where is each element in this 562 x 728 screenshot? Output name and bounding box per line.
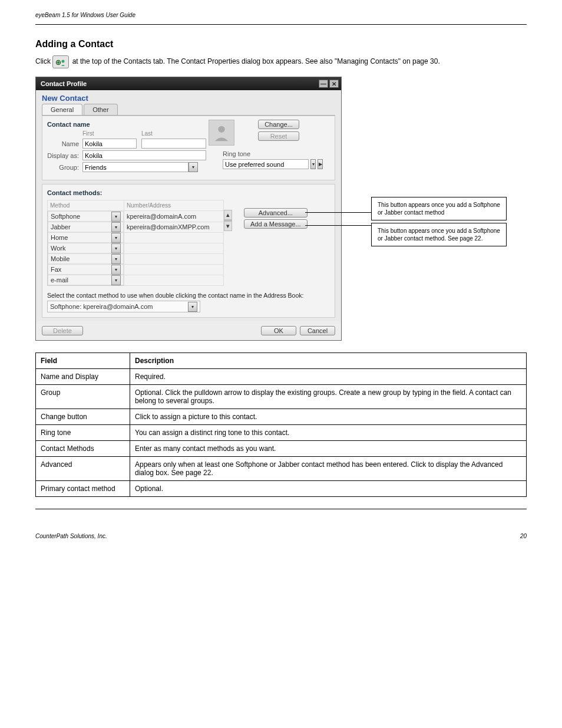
close-button[interactable]: ✕ [329,80,339,88]
desc-header-field: Field [36,353,130,369]
add-a-message-button[interactable]: Add a Message... [244,219,308,229]
col-method: Method [48,200,124,211]
desc-field: Ring tone [36,425,130,441]
method-name[interactable]: Jabber [51,223,71,230]
group-label: Group: [47,164,82,171]
tab-general[interactable]: General [42,104,82,115]
ringtone-dropdown-button[interactable]: ▾ [310,159,316,169]
window-title: Contact Profile [41,80,87,87]
minimize-button[interactable]: — [319,80,328,88]
last-name-input[interactable] [141,139,206,149]
ok-button[interactable]: OK [261,326,296,335]
display-as-label: Display as: [47,152,82,159]
add-contact-icon [52,55,69,68]
callout-line [305,225,371,226]
method-addr[interactable] [124,264,224,275]
desc-field: Contact Methods [36,441,130,457]
desc-field: Name and Display [36,369,130,385]
name-label: Name [47,140,82,147]
contact-methods-label: Contact methods: [47,189,330,196]
first-header: First [82,130,141,137]
display-as-input[interactable] [82,150,206,160]
method-dropdown-button[interactable]: ▾ [111,275,121,285]
footer-page-number: 20 [520,533,527,539]
reset-button[interactable]: Reset [258,131,299,141]
window-subheader: New Contact [36,90,341,104]
method-addr[interactable]: kpereira@domainA.com [124,211,224,222]
callout-advanced: This button appears once you add a Softp… [371,197,507,220]
header-left: eyeBeam 1.5 for Windows User Guide [35,12,135,18]
play-ringtone-button[interactable]: ▶ [318,159,323,169]
method-name[interactable]: Fax [51,266,61,273]
group-dropdown-button[interactable]: ▾ [189,162,198,172]
method-dropdown-button[interactable]: ▾ [111,222,121,232]
desc-field: Group [36,385,130,409]
desc-value: Click to assign a picture to this contac… [130,409,527,425]
change-button[interactable]: Change... [258,120,299,129]
footer-left: CounterPath Solutions, Inc. [35,533,107,539]
method-name[interactable]: Softphone [51,213,80,220]
desc-value: Optional. [130,481,527,497]
advanced-button[interactable]: Advanced... [244,208,308,218]
desc-value: You can assign a distinct ring tone to t… [130,425,527,441]
primary-method-dropdown-button[interactable]: ▾ [188,302,197,312]
contact-profile-window: Contact Profile — ✕ New Contact General … [35,77,342,341]
desc-field: Primary contact method [36,481,130,497]
scroll-up-button[interactable]: ▴ [224,210,232,220]
callout-add-message: This button appears once you add a Softp… [371,223,507,246]
method-addr[interactable] [124,232,224,243]
method-addr[interactable]: kpereira@domainXMPP.com [124,222,224,232]
method-dropdown-button[interactable]: ▾ [111,212,121,222]
method-dropdown-button[interactable]: ▾ [111,233,121,243]
method-addr[interactable] [124,243,224,253]
first-name-input[interactable] [82,139,137,149]
section-title: Adding a Contact [35,39,527,50]
svg-point-4 [218,126,224,133]
method-name[interactable]: e-mail [51,276,68,284]
avatar [209,120,234,146]
field-description-table: Field Description Name and DisplayRequir… [35,353,527,497]
primary-method-value[interactable]: Softphone: kpereira@domainA.com [50,303,153,310]
desc-field: Advanced [36,457,130,481]
contact-methods-table: Method Number/Address Softphone▾kpereira… [47,200,224,286]
desc-header-desc: Description [130,353,527,369]
svg-point-3 [62,60,65,62]
cancel-button[interactable]: Cancel [300,326,335,335]
delete-button[interactable]: Delete [42,326,83,335]
method-dropdown-button[interactable]: ▾ [111,243,121,253]
desc-value: Optional. Click the pulldown arrow to di… [130,385,527,409]
last-header: Last [141,130,212,137]
method-name[interactable]: Mobile [51,255,70,262]
intro-paragraph: Click at the top of the Contacts tab. Th… [35,55,527,68]
method-addr[interactable] [124,275,224,286]
ringtone-label: Ring tone [223,150,323,157]
method-name[interactable]: Work [51,245,65,252]
callout-line [305,212,371,213]
desc-value: Appears only when at least one Softphone… [130,457,527,481]
method-dropdown-button[interactable]: ▾ [111,254,121,264]
ringtone-select[interactable] [223,159,309,169]
group-input[interactable] [82,162,189,172]
desc-field: Change button [36,409,130,425]
desc-value: Required. [130,369,527,385]
primary-method-hint: Select the contact method to use when do… [47,292,330,299]
method-name[interactable]: Home [51,234,68,241]
col-address: Number/Address [124,200,224,211]
tab-other[interactable]: Other [84,104,118,115]
method-addr[interactable] [124,253,224,264]
scroll-down-button[interactable]: ▾ [224,221,232,231]
method-dropdown-button[interactable]: ▾ [111,265,121,275]
desc-value: Enter as many contact methods as you wan… [130,441,527,457]
